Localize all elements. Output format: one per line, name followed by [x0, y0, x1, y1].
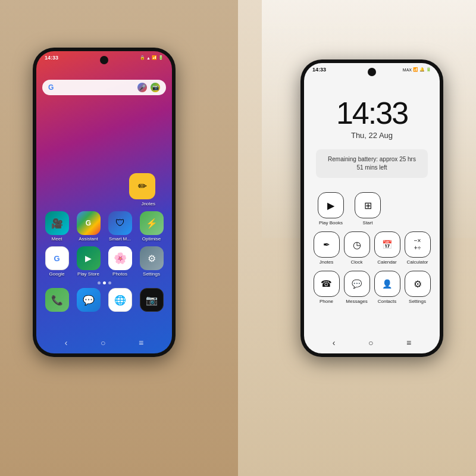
photos-icon: 🌸: [108, 246, 132, 270]
app-calculator[interactable]: −×+÷ Calculator: [403, 231, 433, 265]
optimise-label: Optimise: [142, 236, 161, 242]
status-icons-right: MAX 📶 🔔 🔋: [403, 67, 431, 72]
google-label: Google: [49, 271, 65, 277]
messages-r-label: Messages: [346, 299, 367, 304]
playstore-icon: ▶: [77, 246, 101, 270]
dock-row: 📞 💬 🌐 📷: [41, 288, 167, 313]
google-logo: G: [48, 83, 54, 92]
status-time-right: 14:33: [312, 67, 326, 73]
smartm-icon: 🛡: [108, 211, 132, 235]
camera-notch-left: [100, 56, 108, 64]
app-messages-r[interactable]: 💬 Messages: [342, 271, 372, 304]
optimise-icon: ⚡: [140, 211, 164, 235]
settings-label: Settings: [143, 271, 160, 277]
app-grid-left: ✏ Jnotes 🎥 Meet G Assistant 🛡 Smart M...: [36, 173, 172, 318]
calendar-icon: 📅: [374, 231, 400, 258]
app-start[interactable]: ⊞ Start: [353, 192, 383, 226]
playstore-label: Play Store: [77, 271, 99, 277]
nav-bar-right: ‹ ○ ≡: [304, 338, 440, 347]
clock-icon: ◷: [344, 231, 370, 258]
featured-app-jnotes: ✏ Jnotes: [41, 173, 167, 206]
jnotes-r-icon: ✒: [314, 231, 340, 258]
photos-label: Photos: [112, 271, 127, 277]
app-row-2: G Google ▶ Play Store 🌸 Photos ⚙ Setting…: [41, 246, 167, 277]
app-messages[interactable]: 💬: [74, 288, 103, 313]
start-icon: ⊞: [355, 192, 381, 218]
playbooks-icon: ▶: [318, 192, 344, 218]
jnotes-label: Jnotes: [141, 201, 155, 206]
google-icon: G: [45, 246, 69, 270]
app-assistant[interactable]: G Assistant: [74, 211, 103, 242]
app-playbooks[interactable]: ▶ Play Books: [316, 192, 346, 226]
app-phone-r[interactable]: ☎ Phone: [312, 271, 342, 304]
app-contacts[interactable]: 👤 Contacts: [372, 271, 402, 304]
settings-r-icon: ⚙: [405, 271, 431, 297]
nav-menu-left[interactable]: ≡: [139, 338, 143, 347]
app-calendar[interactable]: 📅 Calendar: [372, 231, 402, 265]
settings-icon: ⚙: [140, 246, 164, 270]
screen-right: 14:33 MAX 📶 🔔 🔋 14:33 Thu, 22 Aug Remain…: [304, 63, 440, 353]
calculator-icon: −×+÷: [405, 231, 431, 258]
lock-time: 14:33: [304, 98, 440, 129]
camera-notch-right: [368, 68, 376, 76]
dot-3: [108, 281, 111, 284]
app-grid-right: ▶ Play Books ⊞ Start ✒ Jnotes: [304, 187, 440, 304]
search-bar[interactable]: G 🎤 📷: [42, 80, 166, 95]
app-meet[interactable]: 🎥 Meet: [43, 211, 71, 242]
page-dots: [41, 281, 167, 284]
app-phone[interactable]: 📞: [43, 288, 71, 313]
app-jnotes-r[interactable]: ✒ Jnotes: [312, 231, 342, 265]
messages-icon: 💬: [77, 288, 101, 312]
calculator-label: Calculator: [406, 259, 428, 265]
app-row-1: 🎥 Meet G Assistant 🛡 Smart M... ⚡ Optimi…: [41, 211, 167, 242]
app-row-right-1: ▶ Play Books ⊞ Start: [311, 192, 433, 226]
phone-r-icon: ☎: [314, 271, 340, 297]
calendar-label: Calendar: [377, 259, 396, 265]
phone-r-label: Phone: [320, 299, 333, 304]
camera-icon: 📷: [140, 288, 164, 312]
app-row-right-3: ☎ Phone 💬 Messages 👤 Contacts: [311, 271, 433, 304]
meet-icon: 🎥: [45, 211, 69, 235]
screen-left: 14:33 🔒 ▲ 📶 🔋 G 🎤 📷 ✏ Jnotes: [36, 51, 172, 353]
start-label: Start: [363, 220, 373, 226]
phone-left: 14:33 🔒 ▲ 📶 🔋 G 🎤 📷 ✏ Jnotes: [33, 48, 176, 357]
playbooks-label: Play Books: [319, 220, 343, 226]
jnotes-icon[interactable]: ✏: [129, 173, 155, 199]
app-photos[interactable]: 🌸 Photos: [106, 246, 134, 277]
app-smartm[interactable]: 🛡 Smart M...: [106, 211, 134, 242]
nav-menu-right[interactable]: ≡: [406, 338, 411, 347]
nav-back-left[interactable]: ‹: [65, 338, 68, 347]
lens-icon[interactable]: 📷: [151, 83, 160, 92]
phone-icon: 📞: [45, 288, 69, 312]
meet-label: Meet: [52, 236, 62, 242]
chrome-icon: 🌐: [108, 288, 132, 312]
settings-r-label: Settings: [409, 299, 426, 304]
status-time-left: 14:33: [45, 55, 58, 61]
app-camera[interactable]: 📷: [137, 288, 166, 313]
clock-label: Clock: [350, 259, 362, 265]
dot-1: [98, 281, 101, 284]
app-playstore[interactable]: ▶ Play Store: [74, 246, 103, 277]
battery-info: Remaining battery: approx 25 hrs 51 mins…: [316, 149, 428, 178]
app-chrome[interactable]: 🌐: [106, 288, 134, 313]
assistant-icon: G: [77, 211, 101, 235]
lock-date: Thu, 22 Aug: [304, 131, 440, 140]
nav-home-right[interactable]: ○: [368, 338, 373, 347]
phone-right: 14:33 MAX 📶 🔔 🔋 14:33 Thu, 22 Aug Remain…: [300, 60, 443, 357]
nav-back-right[interactable]: ‹: [333, 338, 336, 347]
app-optimise[interactable]: ⚡ Optimise: [137, 211, 166, 242]
app-clock[interactable]: ◷ Clock: [342, 231, 372, 265]
app-settings[interactable]: ⚙ Settings: [137, 246, 166, 277]
status-icons-left: 🔒 ▲ 📶 🔋: [140, 55, 164, 60]
app-settings-r[interactable]: ⚙ Settings: [403, 271, 433, 304]
mic-icon[interactable]: 🎤: [137, 83, 147, 92]
nav-home-left[interactable]: ○: [101, 338, 105, 347]
messages-r-icon: 💬: [344, 271, 370, 297]
assistant-label: Assistant: [79, 236, 98, 242]
contacts-icon: 👤: [374, 271, 400, 297]
app-google[interactable]: G Google: [43, 246, 71, 277]
contacts-label: Contacts: [378, 299, 397, 304]
app-row-right-2: ✒ Jnotes ◷ Clock 📅 Calendar: [311, 231, 433, 265]
nav-bar-left: ‹ ○ ≡: [36, 338, 172, 347]
dot-2: [103, 281, 106, 284]
